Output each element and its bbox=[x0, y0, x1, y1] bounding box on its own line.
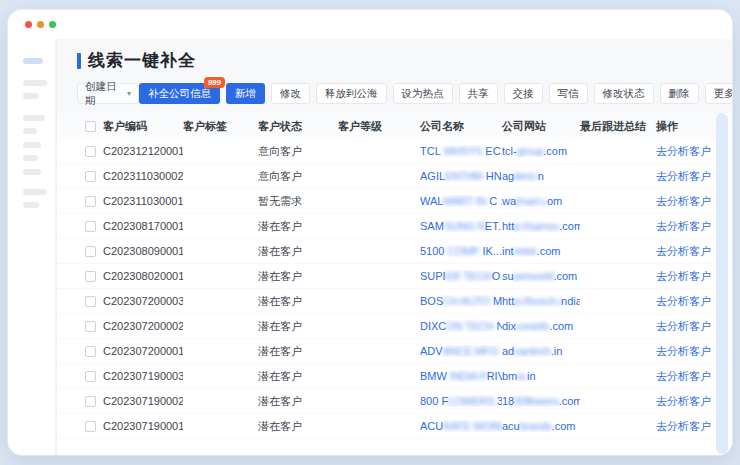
select-all-checkbox[interactable] bbox=[85, 121, 96, 132]
toolbar-button-label: 删除 bbox=[669, 87, 690, 101]
zoom-window-button[interactable] bbox=[49, 21, 56, 28]
row-checkbox[interactable] bbox=[85, 346, 96, 357]
company-website-link[interactable]: superworld.com bbox=[502, 270, 580, 282]
company-name-prefix: ACU bbox=[420, 420, 443, 432]
company-website-redacted: vantech bbox=[514, 345, 550, 357]
analyze-customer-link[interactable]: 去分析客户 bbox=[656, 419, 716, 434]
company-website-prefix: tcl- bbox=[502, 145, 517, 157]
company-name-cell: 5100 COMP IK... bbox=[420, 245, 502, 257]
company-name-suffix: C . bbox=[486, 195, 502, 207]
company-name-cell: ACURATE WORLD... bbox=[420, 420, 502, 432]
company-website-suffix: .com bbox=[549, 320, 573, 332]
analyze-customer-link[interactable]: 去分析客户 bbox=[656, 144, 716, 159]
sidebar-nav bbox=[8, 39, 57, 455]
toolbar-button-写信[interactable]: 写信 bbox=[549, 83, 588, 104]
sidebar-item-active[interactable] bbox=[23, 58, 43, 64]
toolbar-button-共享[interactable]: 共享 bbox=[459, 83, 498, 104]
sidebar-item-skeleton[interactable] bbox=[23, 202, 39, 208]
toolbar-button-交接[interactable]: 交接 bbox=[504, 83, 543, 104]
toolbar-button-释放到公海[interactable]: 释放到公海 bbox=[316, 83, 387, 104]
column-header-最后跟进总结: 最后跟进总结 bbox=[580, 119, 656, 134]
toolbar-button-设为热点[interactable]: 设为热点 bbox=[393, 83, 453, 104]
company-name-redacted: COMP bbox=[448, 245, 480, 257]
company-website-link[interactable]: acubrands.com bbox=[502, 420, 580, 432]
company-website-suffix: .in bbox=[551, 345, 563, 357]
company-name-cell: SUPIER TECHO ... bbox=[420, 270, 502, 282]
minimize-window-button[interactable] bbox=[37, 21, 44, 28]
column-header-客户编码: 客户编码 bbox=[103, 119, 183, 134]
company-website-link[interactable]: advantech.in bbox=[502, 345, 580, 357]
company-name-redacted: ENTHM bbox=[445, 170, 483, 182]
row-checkbox[interactable] bbox=[85, 396, 96, 407]
sidebar-item-skeleton[interactable] bbox=[23, 169, 41, 175]
row-checkbox[interactable] bbox=[85, 171, 96, 182]
analyze-customer-link[interactable]: 去分析客户 bbox=[656, 294, 716, 309]
company-website-link[interactable]: http://bosch.india... bbox=[502, 295, 580, 307]
company-name-suffix: RIV... bbox=[487, 370, 502, 382]
customer-status-cell: 潜在客户 bbox=[258, 369, 338, 384]
row-checkbox[interactable] bbox=[85, 371, 96, 382]
sidebar-item-skeleton[interactable] bbox=[23, 115, 45, 121]
company-website-link[interactable]: tcl-group.com bbox=[502, 145, 580, 157]
toolbar-button-修改[interactable]: 修改 bbox=[271, 83, 310, 104]
company-name-redacted: LOWERS bbox=[448, 395, 494, 407]
company-website-link[interactable]: intertek.com bbox=[502, 245, 580, 257]
sidebar-item-skeleton[interactable] bbox=[23, 155, 38, 161]
company-name-cell: DIXCON TECH NO... bbox=[420, 320, 502, 332]
toolbar-button-修改状态[interactable]: 修改状态 bbox=[594, 83, 654, 104]
toolbar-button-补全公司信息[interactable]: 补全公司信息999 bbox=[139, 83, 220, 104]
company-website-prefix: su bbox=[502, 270, 514, 282]
company-name-suffix: IK... bbox=[479, 245, 502, 257]
company-website-link[interactable]: http://samsu.com bbox=[502, 220, 580, 232]
company-website-prefix: ag bbox=[502, 170, 514, 182]
analyze-customer-link[interactable]: 去分析客户 bbox=[656, 269, 716, 284]
row-checkbox[interactable] bbox=[85, 321, 96, 332]
analyze-customer-link[interactable]: 去分析客户 bbox=[656, 169, 716, 184]
company-website-link[interactable]: bmw.in bbox=[502, 370, 580, 382]
company-website-link[interactable]: agilent.in bbox=[502, 170, 580, 182]
table-body: C202312120001意向客户TCL WHSYS EC...tcl-grou… bbox=[57, 139, 716, 439]
row-checkbox[interactable] bbox=[85, 296, 96, 307]
toolbar-button-label: 写信 bbox=[558, 87, 579, 101]
table-row: C202307190002潜在客户800 FLOWERS 3 I...1800f… bbox=[57, 389, 716, 414]
customer-code-cell: C202307200002 bbox=[103, 320, 183, 332]
company-name-cell: ADVANCE MFG IN... bbox=[420, 345, 502, 357]
analyze-customer-link[interactable]: 去分析客户 bbox=[656, 219, 716, 234]
company-website-link[interactable]: 1800flowers.com bbox=[502, 395, 580, 407]
row-checkbox[interactable] bbox=[85, 196, 96, 207]
sidebar-item-skeleton[interactable] bbox=[23, 80, 47, 86]
row-checkbox[interactable] bbox=[85, 246, 96, 257]
company-website-suffix: .com bbox=[553, 270, 577, 282]
create-date-filter-select[interactable]: 创建日期 ▾ bbox=[77, 83, 139, 104]
row-checkbox[interactable] bbox=[85, 221, 96, 232]
company-name-prefix: SUPI bbox=[420, 270, 446, 282]
analyze-customer-link[interactable]: 去分析客户 bbox=[656, 319, 716, 334]
sidebar-item-skeleton[interactable] bbox=[23, 128, 37, 134]
window-titlebar bbox=[8, 10, 732, 39]
company-website-suffix: om bbox=[547, 195, 562, 207]
column-header-客户标签: 客户标签 bbox=[183, 119, 258, 134]
analyze-customer-link[interactable]: 去分析客户 bbox=[656, 244, 716, 259]
analyze-customer-link[interactable]: 去分析客户 bbox=[656, 194, 716, 209]
row-checkbox[interactable] bbox=[85, 146, 96, 157]
toolbar-button-删除[interactable]: 删除 bbox=[660, 83, 699, 104]
sidebar-item-skeleton[interactable] bbox=[23, 93, 39, 99]
sidebar-item-skeleton[interactable] bbox=[23, 189, 47, 195]
company-name-cell: 800 FLOWERS 3 I... bbox=[420, 395, 502, 407]
table-row: C202307190003潜在客户BMW INDIA PRIV...bmw.in… bbox=[57, 364, 716, 389]
company-website-redacted: w. bbox=[517, 370, 527, 382]
row-checkbox[interactable] bbox=[85, 421, 96, 432]
table-scrollbar[interactable] bbox=[716, 113, 728, 454]
analyze-customer-link[interactable]: 去分析客户 bbox=[656, 369, 716, 384]
analyze-customer-link[interactable]: 去分析客户 bbox=[656, 394, 716, 409]
company-name-prefix: SAM bbox=[420, 220, 444, 232]
close-window-button[interactable] bbox=[25, 21, 32, 28]
toolbar-button-新增[interactable]: 新增 bbox=[226, 83, 265, 104]
customer-status-cell: 潜在客户 bbox=[258, 219, 338, 234]
toolbar-button-更多...[interactable]: 更多...▾ bbox=[705, 83, 733, 104]
company-website-link[interactable]: walmart.com bbox=[502, 195, 580, 207]
analyze-customer-link[interactable]: 去分析客户 bbox=[656, 344, 716, 359]
row-checkbox[interactable] bbox=[85, 271, 96, 282]
company-website-link[interactable]: dixconinfo.com bbox=[502, 320, 580, 332]
sidebar-item-skeleton[interactable] bbox=[23, 142, 41, 148]
